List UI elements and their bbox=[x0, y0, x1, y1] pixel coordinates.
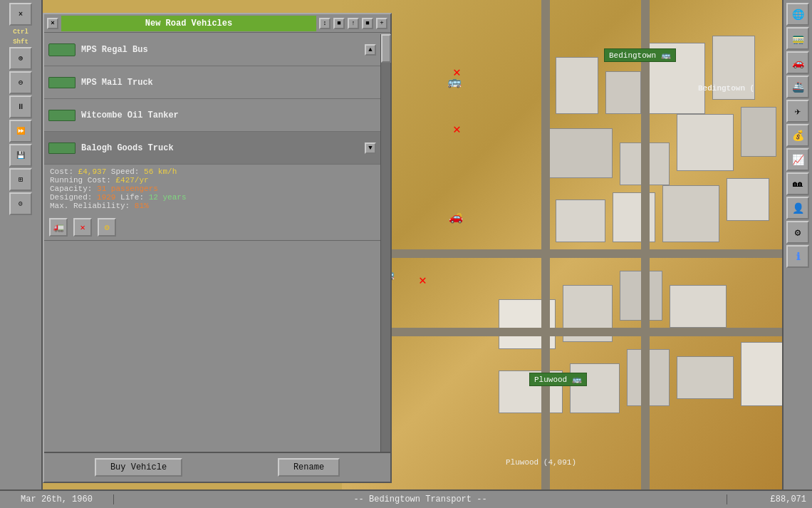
building bbox=[662, 185, 719, 242]
map-red-x-2: ✕ bbox=[453, 121, 461, 137]
zoom-out-btn[interactable]: ⊖ bbox=[9, 71, 32, 94]
oil-tanker-icon bbox=[48, 110, 76, 121]
minimap-btn[interactable]: ⊞ bbox=[9, 168, 32, 191]
reliability-value: 81% bbox=[135, 202, 149, 210]
building bbox=[741, 107, 776, 157]
building bbox=[556, 57, 598, 114]
ctrl-label: Ctrl bbox=[1, 28, 40, 36]
rt-towns-btn[interactable]: 🏘 bbox=[786, 172, 809, 195]
vehicle-row-goods[interactable]: Balogh Goods Truck ▼ bbox=[44, 132, 380, 165]
rt-help-btn[interactable]: ℹ bbox=[786, 245, 809, 268]
panel-add-btn[interactable]: + bbox=[376, 18, 387, 29]
building bbox=[605, 71, 641, 114]
map-vehicle-icon-2: 🚗 bbox=[449, 210, 463, 224]
left-toolbar: × Ctrl Shft ⊕ ⊖ ⏸ ⏩ 💾 ⊞ ⚙ bbox=[0, 0, 43, 508]
status-money: £88,071 bbox=[727, 494, 812, 504]
rt-globe-btn[interactable]: 🌐 bbox=[786, 3, 809, 26]
vehicle-row-expand-btn[interactable]: ▲ bbox=[365, 44, 376, 56]
panel-title: New Road Vehicles bbox=[61, 16, 316, 31]
close-game-btn[interactable]: × bbox=[9, 3, 32, 26]
town-label-pluwood: Pluwood 🚌 bbox=[529, 373, 587, 386]
vehicle-list-scrollbar[interactable] bbox=[380, 34, 390, 452]
mail-truck-icon bbox=[48, 77, 76, 88]
building bbox=[727, 178, 769, 221]
designed-value: 1929 bbox=[97, 193, 115, 202]
status-date: Mar 26th, 1960 bbox=[0, 494, 114, 504]
rt-finance-btn[interactable]: 💰 bbox=[786, 124, 809, 147]
coin-icon-btn[interactable]: ⚙ bbox=[98, 218, 116, 237]
rt-road-btn[interactable]: 🚗 bbox=[786, 51, 809, 74]
status-bar: Mar 26th, 1960 -- Bedingtown Transport -… bbox=[0, 489, 812, 508]
vehicle-detail-panel: Cost: £4,937 Speed: 56 km/h Running Cost… bbox=[44, 165, 380, 214]
vehicle-row-bus[interactable]: MPS Regal Bus ▲ bbox=[44, 33, 380, 66]
panel-content: MPS Regal Bus ▲ MPS Mail Truck Witcombe … bbox=[44, 33, 380, 452]
scrollbar-thumb[interactable] bbox=[381, 34, 391, 63]
rt-rail-btn[interactable]: 🚃 bbox=[786, 27, 809, 50]
fast-forward-btn[interactable]: ⏩ bbox=[9, 120, 32, 142]
rename-button[interactable]: Rename bbox=[278, 458, 340, 477]
vehicle-name-goods: Balogh Goods Truck bbox=[81, 143, 174, 153]
road-horizontal bbox=[342, 328, 812, 336]
status-company: -- Bedingtown Transport -- bbox=[114, 494, 727, 504]
bus-vehicle-icon bbox=[48, 43, 76, 56]
panel-close-btn[interactable]: × bbox=[47, 18, 58, 29]
vehicle-purchase-panel: × New Road Vehicles ↕ ■ ↑ ■ + Sort by En… bbox=[43, 13, 392, 483]
running-cost-value: £427/yr bbox=[115, 176, 148, 185]
building bbox=[548, 128, 613, 178]
map-red-x-3: ✕ bbox=[419, 272, 427, 288]
rt-person-btn[interactable]: 👤 bbox=[786, 197, 809, 219]
rt-ship-btn[interactable]: 🚢 bbox=[786, 76, 809, 98]
shft-label: Shft bbox=[1, 38, 40, 46]
vehicle-name-bus: MPS Regal Bus bbox=[81, 45, 148, 55]
cost-line: Cost: £4,937 Speed: 56 km/h bbox=[50, 167, 375, 176]
map-vehicle-icon-1: 🚌 bbox=[447, 75, 462, 89]
designed-line: Designed: 1929 Life: 12 years bbox=[50, 193, 375, 202]
reliability-line: Max. Reliability: 81% bbox=[50, 202, 375, 210]
panel-expand-right-btn[interactable]: ■ bbox=[362, 18, 373, 29]
life-value: 12 years bbox=[149, 193, 187, 202]
road-horizontal bbox=[342, 249, 812, 258]
vehicle-row-oil[interactable]: Witcombe Oil Tanker bbox=[44, 99, 380, 132]
running-cost-line: Running Cost: £427/yr bbox=[50, 176, 375, 185]
rt-plane-btn[interactable]: ✈ bbox=[786, 100, 809, 123]
vehicle-row-mail[interactable]: MPS Mail Truck bbox=[44, 66, 380, 99]
building bbox=[670, 285, 727, 328]
panel-up-btn[interactable]: ↑ bbox=[348, 18, 359, 29]
building bbox=[741, 342, 784, 406]
capacity-value: 31 passengers bbox=[97, 185, 158, 193]
cancel-purchase-icon-btn[interactable]: ✕ bbox=[73, 218, 92, 237]
capacity-line: Capacity: 31 passengers bbox=[50, 185, 375, 193]
truck-purchase-icon-btn[interactable]: 🚛 bbox=[49, 218, 68, 237]
expand-icon: ▲ bbox=[365, 44, 376, 56]
panel-shrink-btn[interactable]: ■ bbox=[333, 18, 345, 29]
settings-btn[interactable]: ⚙ bbox=[9, 192, 32, 215]
rt-settings-btn[interactable]: ⚙ bbox=[786, 221, 809, 244]
pause-btn[interactable]: ⏸ bbox=[9, 95, 32, 118]
vehicle-name-mail: MPS Mail Truck bbox=[81, 78, 153, 88]
goods-expand-icon: ▼ bbox=[365, 142, 376, 154]
goods-truck-icon bbox=[48, 142, 76, 154]
vehicle-name-oil: Witcombe Oil Tanker bbox=[81, 110, 179, 120]
cost-value: £4,937 bbox=[78, 167, 107, 176]
speed-value: 56 km/h bbox=[144, 167, 177, 176]
right-toolbar: 🌐 🚃 🚗 🚢 ✈ 💰 📈 🏘 👤 ⚙ ℹ bbox=[782, 0, 812, 508]
buy-vehicle-button[interactable]: Buy Vehicle bbox=[95, 458, 182, 477]
save-btn[interactable]: 💾 bbox=[9, 144, 32, 167]
goods-row-expand-btn[interactable]: ▼ bbox=[365, 142, 376, 154]
building bbox=[570, 363, 620, 413]
building bbox=[556, 199, 605, 242]
map-bedingtown-text: Bedingtown ( bbox=[698, 84, 754, 93]
building bbox=[677, 356, 734, 399]
panel-titlebar: × New Road Vehicles ↕ ■ ↑ ■ + bbox=[44, 14, 390, 33]
building bbox=[677, 114, 734, 171]
map-pluwood-pop: Pluwood (4,091) bbox=[506, 458, 576, 467]
road-vertical bbox=[541, 0, 550, 508]
purchase-icons-bar: 🚛 ✕ ⚙ bbox=[44, 214, 380, 241]
panel-sort-dir-btn[interactable]: ↕ bbox=[319, 18, 330, 29]
rt-stats-btn[interactable]: 📈 bbox=[786, 148, 809, 171]
road-vertical bbox=[641, 0, 650, 508]
zoom-in-btn[interactable]: ⊕ bbox=[9, 47, 32, 70]
town-label-bedingtown: Bedingtown 🚌 bbox=[604, 48, 676, 62]
bottom-action-buttons: Buy Vehicle Rename bbox=[44, 452, 390, 482]
